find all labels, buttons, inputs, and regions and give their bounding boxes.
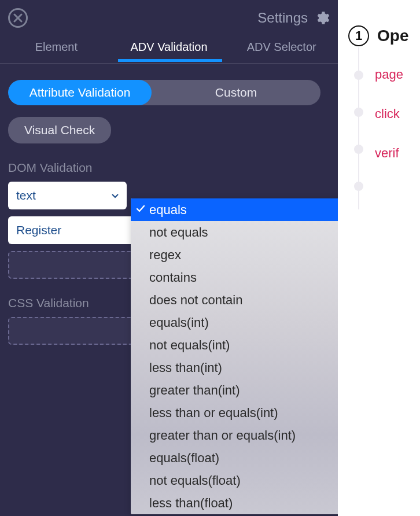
dropdown-option-label: contains [149, 270, 197, 285]
active-tab-underline [118, 59, 222, 62]
check-icon [135, 202, 146, 218]
dropdown-option-label: greater than or equals(int) [149, 428, 296, 443]
timeline-node [354, 145, 363, 154]
dom-value-text: Register [16, 223, 61, 237]
step-sub-item-click[interactable]: click [375, 106, 403, 121]
step-title: Ope [377, 27, 408, 45]
tab-element[interactable]: Element [0, 30, 113, 63]
close-icon [13, 13, 23, 23]
dropdown-option-label: less than or equals(int) [149, 406, 278, 421]
settings-link[interactable]: Settings [257, 10, 330, 26]
timeline-node [354, 108, 363, 117]
tab-adv-selector[interactable]: ADV Selector [225, 30, 338, 63]
dropdown-option-label: not equals(float) [149, 473, 241, 488]
close-button[interactable] [8, 8, 28, 28]
step-sub-item-page[interactable]: page [375, 67, 403, 82]
dom-validation-label: DOM Validation [8, 161, 330, 175]
dom-attribute-select[interactable]: text [8, 182, 127, 209]
chevron-down-icon [112, 191, 119, 200]
dropdown-option-label: not equals(int) [149, 338, 230, 353]
dropdown-option-label: not equals [149, 225, 208, 240]
dropdown-option-label: does not contain [149, 293, 242, 308]
settings-panel: Settings Element ADV Validation ADV Sele… [0, 0, 338, 516]
dropdown-option-label: less than(float) [149, 496, 233, 511]
dropdown-option-label: equals(int) [149, 315, 209, 330]
tab-adv-validation[interactable]: ADV Validation [113, 30, 226, 63]
panel-header: Settings [0, 0, 338, 28]
dropdown-option-label: equals(float) [149, 451, 219, 466]
step-timeline [358, 47, 359, 209]
gear-icon [314, 10, 330, 26]
step-header: 1 Ope [348, 25, 420, 46]
tab-bar: Element ADV Validation ADV Selector [0, 30, 338, 63]
dropdown-option-label: greater than(int) [149, 383, 240, 398]
timeline-node [354, 182, 363, 191]
dropdown-option-label: equals [149, 202, 187, 218]
step-number-badge: 1 [348, 25, 369, 46]
mode-visual-check[interactable]: Visual Check [8, 117, 111, 143]
mode-attribute-validation[interactable]: Attribute Validation [8, 80, 152, 105]
step-sub-item-verify[interactable]: verif [375, 146, 403, 161]
mode-custom[interactable]: Custom [152, 80, 320, 105]
settings-label: Settings [257, 10, 308, 26]
dropdown-option-label: less than(int) [149, 360, 222, 375]
timeline-node [354, 71, 363, 80]
steps-panel: 1 Ope page click verif [338, 0, 420, 516]
validation-mode-toggle: Attribute Validation Custom [8, 80, 320, 105]
dropdown-option-label: regex [149, 248, 181, 263]
step-sub-items: page click verif [375, 67, 403, 185]
dom-attribute-value: text [16, 189, 36, 202]
